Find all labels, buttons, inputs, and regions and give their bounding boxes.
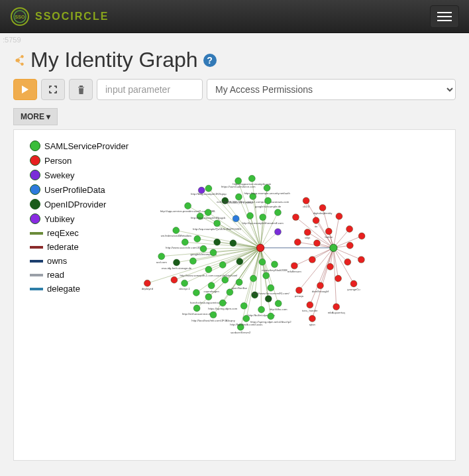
graph-node[interactable]	[240, 302, 247, 309]
graph-node[interactable]	[182, 239, 188, 245]
graph-node[interactable]	[246, 213, 253, 219]
graph-node[interactable]	[236, 279, 242, 286]
fullscreen-button[interactable]	[41, 79, 65, 100]
graph-node[interactable]	[293, 214, 299, 221]
graph-node[interactable]	[291, 263, 297, 269]
svg-text:http://localhost/mb.com/JFJAks: http://localhost/mb.com/JFJAksqny	[191, 319, 236, 322]
graph-node[interactable]	[304, 229, 311, 235]
graph-node[interactable]	[214, 220, 221, 227]
graph-node[interactable]	[235, 194, 242, 200]
graph-node[interactable]	[158, 253, 165, 260]
trash-icon	[78, 86, 85, 94]
graph-node[interactable]	[248, 175, 255, 182]
graph-node[interactable]	[271, 261, 278, 268]
graph-node[interactable]	[358, 257, 364, 263]
graph-node[interactable]	[185, 203, 191, 209]
svg-text:http://www.facsserver/KLcom/: http://www.facsserver/KLcom/	[252, 292, 290, 295]
graph-node[interactable]	[171, 276, 178, 283]
svg-text:wn.federation&Metadata: wn.federation&Metadata	[161, 234, 192, 237]
graph-node[interactable]	[268, 284, 274, 291]
graph-node[interactable]	[219, 300, 226, 306]
graph-center-person[interactable]	[256, 244, 264, 251]
brand[interactable]: SSO SSOCircle	[10, 7, 109, 27]
graph-node[interactable]	[219, 261, 226, 268]
help-icon[interactable]: ?	[203, 54, 217, 67]
graph-center-sp[interactable]	[330, 244, 337, 251]
graph-node[interactable]	[227, 289, 233, 296]
delete-button[interactable]	[69, 79, 93, 100]
graph-node[interactable]	[193, 289, 199, 296]
graph-node[interactable]	[268, 313, 274, 320]
share-icon[interactable]	[13, 54, 25, 66]
graph-node[interactable]	[346, 225, 353, 232]
legend-edge-reqExec: reqExec	[30, 228, 129, 238]
svg-text:openGorillaz: openGorillaz	[231, 286, 247, 290]
graph-node[interactable]	[200, 245, 207, 252]
graph-node[interactable]	[313, 217, 319, 224]
graph-node[interactable]	[182, 280, 188, 286]
graph-node[interactable]	[325, 228, 332, 235]
graph-node[interactable]	[309, 316, 315, 322]
top-label: :5759	[0, 33, 469, 44]
graph-node[interactable]	[264, 185, 270, 192]
graph-node[interactable]	[205, 185, 212, 192]
graph-node[interactable]	[327, 263, 333, 270]
graph-node[interactable]	[194, 235, 201, 242]
graph-node[interactable]	[274, 229, 281, 235]
graph-node[interactable]	[333, 304, 340, 310]
graph-node[interactable]	[346, 242, 353, 249]
graph-node[interactable]	[307, 302, 313, 308]
graph-node[interactable]	[358, 233, 365, 239]
more-button[interactable]: MORE ▾	[13, 108, 58, 125]
graph-node[interactable]	[317, 282, 324, 289]
graph-node[interactable]	[274, 209, 281, 216]
svg-text:google/a/example.de: google/a/example.de	[255, 205, 282, 208]
graph-node[interactable]	[263, 272, 270, 279]
svg-line-4	[252, 178, 260, 248]
graph-node[interactable]	[265, 296, 272, 302]
graph-node[interactable]	[259, 259, 266, 265]
graph-node[interactable]	[210, 249, 217, 256]
graph-node[interactable]	[258, 306, 265, 313]
graph-node[interactable]	[294, 239, 301, 245]
query-select[interactable]: My Access Permissions	[207, 79, 456, 100]
graph-node[interactable]	[260, 214, 266, 221]
graph-node[interactable]	[335, 275, 342, 282]
graph-node[interactable]	[222, 276, 229, 283]
graph-node[interactable]	[193, 305, 200, 312]
svg-text:abcxyz.1: abcxyz.1	[179, 287, 190, 290]
graph-node[interactable]	[205, 294, 212, 300]
graph-node[interactable]	[214, 239, 221, 245]
parameter-input[interactable]	[97, 79, 203, 100]
graph-node[interactable]	[233, 215, 239, 222]
graph-node[interactable]	[230, 240, 236, 247]
graph-node[interactable]	[174, 259, 180, 266]
graph-node[interactable]	[236, 259, 243, 265]
graph-node[interactable]	[319, 204, 326, 211]
graph-node[interactable]	[250, 275, 256, 282]
graph-node[interactable]	[350, 280, 357, 287]
graph-node[interactable]	[336, 213, 342, 219]
run-button[interactable]	[13, 79, 37, 100]
svg-text:wso-idg.hmh.storage.de: wso-idg.hmh.storage.de	[162, 267, 192, 270]
graph-node[interactable]	[295, 287, 302, 294]
graph-node[interactable]	[309, 257, 315, 263]
graph-node[interactable]	[303, 198, 309, 204]
svg-text:damSmoughf: damSmoughf	[312, 290, 329, 293]
graph-node[interactable]	[173, 227, 180, 234]
graph-node[interactable]	[275, 300, 282, 307]
menu-toggle-button[interactable]	[430, 5, 459, 28]
svg-text:mfaffensen: mfaffensen	[287, 270, 302, 273]
graph-node[interactable]	[205, 209, 211, 216]
graph-node[interactable]	[265, 198, 272, 204]
svg-text:http://wp.example/QoVbXnINefTV: http://wp.example/QoVbXnINefTVrWKI	[193, 227, 241, 231]
graph-node[interactable]	[208, 282, 215, 289]
graph-node[interactable]	[314, 240, 321, 247]
graph-node[interactable]	[210, 312, 217, 318]
graph-node[interactable]	[344, 259, 351, 265]
graph-node[interactable]	[144, 280, 150, 286]
graph-node[interactable]	[205, 267, 212, 273]
svg-text:http://dhu.com: http://dhu.com	[270, 308, 287, 311]
svg-text:http://www.ssocircle.com/JDisp: http://www.ssocircle.com/JDisp	[166, 246, 205, 249]
graph-node[interactable]	[189, 258, 196, 265]
